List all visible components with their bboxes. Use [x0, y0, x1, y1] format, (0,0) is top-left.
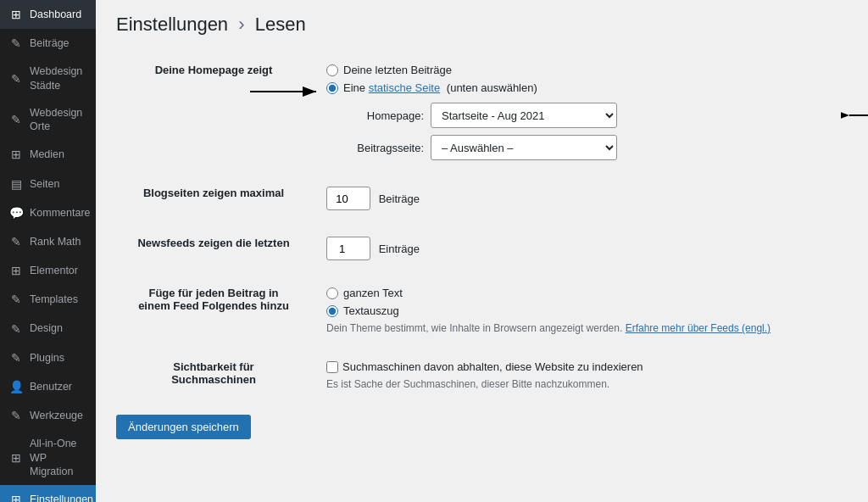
newsfeeds-td: Einträge	[311, 224, 848, 274]
radio-latest-option: Deine letzten Beiträge	[326, 64, 832, 76]
radio-feed-full[interactable]	[326, 287, 338, 299]
sidebar-item-label: Einstellungen	[30, 493, 93, 502]
blogseiten-label: Blogseiten zeigen maximal	[116, 174, 311, 224]
blogseiten-suffix: Beiträge	[379, 192, 420, 205]
arrow-annotation-2	[841, 107, 868, 124]
sidebar-item-label: Dashboard	[30, 8, 81, 21]
beitraege-icon: ✎	[8, 36, 24, 51]
sidebar-item-plugins[interactable]: ✎ Plugins	[0, 343, 96, 372]
breadcrumb-sep: ›	[238, 14, 244, 35]
sidebar-item-label: Webdesign Orte	[30, 106, 87, 134]
sichtbarkeit-row: Sichtbarkeit für Suchmaschinen Suchmasch…	[116, 348, 848, 404]
feed-link[interactable]: Erfahre mehr über Feeds (engl.)	[626, 322, 771, 334]
save-button[interactable]: Änderungen speichern	[116, 415, 251, 439]
blogseiten-td: Beiträge	[311, 174, 848, 224]
sidebar-item-label: Benutzer	[30, 380, 72, 393]
homepage-select[interactable]: Startseite - Aug 2021	[431, 103, 617, 128]
newsfeeds-input[interactable]	[326, 237, 370, 260]
feed-radio-ganzer-option: ganzen Text	[326, 287, 832, 299]
beitragsseite-select[interactable]: – Auswählen –	[431, 135, 617, 160]
benutzer-icon: 👤	[8, 379, 24, 394]
homepage-select-row: Homepage: Startseite - Aug 2021	[343, 103, 832, 128]
sichtbarkeit-checkbox-row: Suchmaschinen davon abhalten, diese Webs…	[326, 360, 832, 373]
sidebar-item-dashboard[interactable]: ⊞ Dashboard	[0, 0, 96, 29]
sidebar-item-benutzer[interactable]: 👤 Benutzer	[0, 372, 96, 401]
sidebar-item-seiten[interactable]: ▤ Seiten	[0, 170, 96, 198]
radio-static-option: Eine statische Seite (unten auswählen)	[326, 81, 832, 94]
design-icon: ✎	[8, 321, 24, 337]
sichtbarkeit-checkbox-label[interactable]: Suchmaschinen davon abhalten, diese Webs…	[342, 360, 643, 373]
templates-icon: ✎	[8, 292, 24, 307]
sidebar-item-rank-math[interactable]: ✎ Rank Math	[0, 227, 96, 256]
blogseiten-input[interactable]	[326, 187, 370, 210]
sichtbarkeit-td: Suchmaschinen davon abhalten, diese Webs…	[311, 348, 848, 404]
seiten-icon: ▤	[8, 176, 24, 192]
sidebar-item-elementor[interactable]: ⊞ Elementor	[0, 256, 96, 285]
rank-math-icon: ✎	[8, 234, 24, 249]
homepage-row: Deine Homepage zeigt Deine letzten Beitr…	[116, 51, 848, 174]
sidebar-item-label: Templates	[30, 293, 78, 306]
sidebar-item-label: Medien	[30, 148, 64, 161]
arrow-annotation-1	[250, 83, 322, 100]
blogseiten-row: Blogseiten zeigen maximal Beiträge	[116, 174, 848, 224]
newsfeeds-row: Newsfeeds zeigen die letzten Einträge	[116, 224, 848, 274]
sidebar-item-beitraege[interactable]: ✎ Beiträge	[0, 29, 96, 58]
sidebar-item-label: Design	[30, 321, 63, 335]
medien-icon: ⊞	[8, 147, 24, 162]
radio-feed-excerpt[interactable]	[326, 305, 338, 317]
elementor-icon: ⊞	[8, 263, 24, 278]
radio-latest-posts[interactable]	[326, 64, 338, 76]
sichtbarkeit-checkbox[interactable]	[326, 361, 338, 373]
sidebar-item-label: All-in-One WP Migration	[30, 437, 87, 478]
sidebar-item-label: Kommentare	[30, 206, 91, 220]
sidebar-item-kommentare[interactable]: 💬 Kommentare	[0, 198, 96, 227]
settings-table: Deine Homepage zeigt Deine letzten Beitr…	[116, 51, 848, 403]
sidebar-item-label: Rank Math	[30, 235, 81, 248]
werkzeuge-icon: ✎	[8, 408, 24, 423]
sidebar-item-webdesign-orte[interactable]: ✎ Webdesign Orte	[0, 99, 96, 141]
sidebar-item-allinone[interactable]: ⊞ All-in-One WP Migration	[0, 430, 96, 485]
feed-radio-textauszug-option: Textauszug	[326, 304, 832, 317]
homepage-options: Deine letzten Beiträge Eine	[311, 51, 848, 174]
sidebar-item-medien[interactable]: ⊞ Medien	[0, 140, 96, 169]
sidebar-item-label: Beiträge	[30, 36, 70, 50]
homepage-field-label: Homepage:	[343, 109, 424, 122]
plugins-icon: ✎	[8, 350, 24, 365]
feed-label: Füge für jeden Beitrag in einem Feed Fol…	[116, 274, 311, 348]
dashboard-icon: ⊞	[8, 7, 24, 22]
main-content: Einstellungen › Lesen Deine Homepage zei…	[96, 0, 868, 502]
radio-static-page[interactable]	[326, 82, 338, 94]
sidebar-item-label: Plugins	[30, 351, 64, 365]
newsfeeds-suffix: Einträge	[379, 243, 420, 255]
newsfeeds-label: Newsfeeds zeigen die letzten	[116, 224, 311, 274]
sidebar: ⊞ Dashboard ✎ Beiträge ✎ Webdesign Städt…	[0, 0, 96, 502]
sidebar-item-label: Werkzeuge	[30, 409, 83, 422]
webdesign-staedte-icon: ✎	[8, 71, 24, 86]
webdesign-orte-icon: ✎	[8, 112, 24, 127]
sidebar-item-templates[interactable]: ✎ Templates	[0, 285, 96, 314]
feed-note: Dein Theme bestimmt, wie Inhalte in Brow…	[326, 322, 832, 334]
beitragsseite-field-label: Beitragsseite:	[343, 142, 424, 154]
allinone-icon: ⊞	[8, 450, 24, 466]
kommentare-icon: 💬	[8, 205, 24, 220]
sidebar-item-design[interactable]: ✎ Design	[0, 315, 96, 343]
feed-row: Füge für jeden Beitrag in einem Feed Fol…	[116, 274, 848, 348]
beitragsseite-select-row: Beitragsseite: – Auswählen –	[343, 135, 832, 160]
feed-td: ganzen Text Textauszug Dein Theme bestim…	[311, 274, 848, 348]
sichtbarkeit-label: Sichtbarkeit für Suchmaschinen	[116, 348, 311, 404]
radio-latest-label[interactable]: Deine letzten Beiträge	[343, 64, 452, 76]
feed-radio-textauszug-label[interactable]: Textauszug	[343, 304, 399, 317]
sidebar-item-label: Webdesign Städte	[30, 64, 87, 92]
sidebar-item-label: Elementor	[30, 264, 78, 277]
feed-radio-ganzer-label[interactable]: ganzen Text	[343, 287, 403, 299]
sichtbarkeit-note: Es ist Sache der Suchmaschinen, dieser B…	[326, 378, 832, 390]
sidebar-item-label: Seiten	[30, 177, 59, 191]
radio-static-label: Eine statische Seite (unten auswählen)	[343, 81, 537, 94]
homepage-label: Deine Homepage zeigt	[116, 51, 311, 174]
static-seite-link[interactable]: statische Seite	[369, 81, 441, 94]
sidebar-item-webdesign-staedte[interactable]: ✎ Webdesign Städte	[0, 58, 96, 99]
einstellungen-icon: ⊞	[8, 492, 24, 502]
sidebar-item-einstellungen[interactable]: ⊞ Einstellungen	[0, 485, 96, 502]
page-title: Einstellungen › Lesen	[116, 14, 848, 36]
sidebar-item-werkzeuge[interactable]: ✎ Werkzeuge	[0, 401, 96, 430]
